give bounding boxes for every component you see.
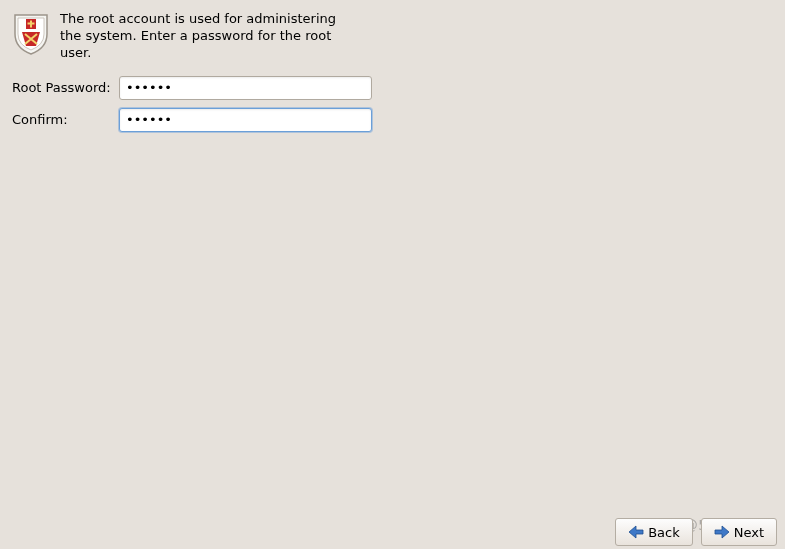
root-password-row: Root Password: [12,76,773,100]
back-button[interactable]: Back [615,518,693,546]
description-text: The root account is used for administeri… [60,11,360,62]
root-password-label: Root Password: [12,80,119,95]
confirm-row: Confirm: [12,108,773,132]
footer-nav: Back Next [0,515,785,549]
confirm-input[interactable] [119,108,372,132]
header-row: The root account is used for administeri… [12,11,773,62]
back-button-label: Back [648,525,680,540]
svg-rect-2 [28,23,35,25]
confirm-label: Confirm: [12,112,119,127]
shield-icon [12,12,50,56]
main-panel: The root account is used for administeri… [0,0,785,151]
next-button[interactable]: Next [701,518,777,546]
arrow-right-icon [714,525,730,539]
arrow-left-icon [628,525,644,539]
next-button-label: Next [734,525,764,540]
root-password-input[interactable] [119,76,372,100]
